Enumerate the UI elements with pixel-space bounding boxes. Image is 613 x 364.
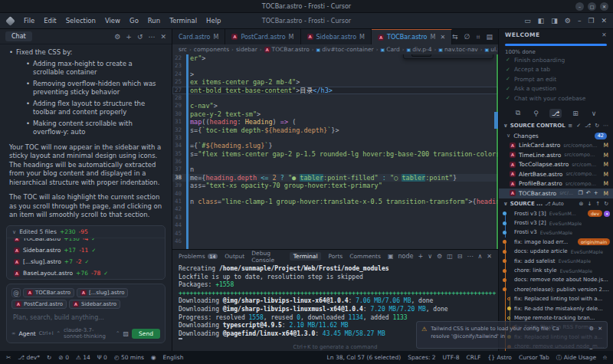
panel-tab-ports[interactable]: Ports <box>328 253 343 260</box>
commit-row[interactable]: chore(release): publish version 2.... <box>499 285 613 294</box>
code-line[interactable]: 28 <box>172 94 498 102</box>
push-icon[interactable]: ↑ <box>595 201 600 207</box>
ports-item[interactable]: Ψ0 <box>97 354 107 361</box>
view-mode-icon[interactable]: ≡ <box>568 123 572 129</box>
code-line[interactable]: 35s="flex items-center gap-2 p-1.5 round… <box>172 150 498 158</box>
code-line[interactable]: 31map((heading: Heading) => ( <box>172 118 498 126</box>
chat-history-icon[interactable]: ↺ <box>137 33 143 41</box>
breadcrumb-item[interactable]: src <box>179 46 187 53</box>
open-file-icon[interactable]: ❐ <box>578 190 582 196</box>
code-line[interactable]: 37n <box>172 166 498 173</box>
terminal-dropdown-icon[interactable]: ∨ <box>428 253 432 260</box>
toggle-primary-sidebar-icon[interactable]: ◧ <box>538 17 545 25</box>
welcome-checklist-item[interactable]: ✓Prompt an edit <box>499 74 613 84</box>
close-tab-icon[interactable]: ✕ <box>440 34 445 41</box>
code-line[interactable]: 46 <box>172 238 498 245</box>
edited-file-row[interactable]: A[...slug].astro+7-2✓ <box>7 256 165 267</box>
chat-input-box[interactable]: @ATOCBar.astroA[...slug].astroAPostCard.… <box>6 284 166 343</box>
menu-terminal[interactable]: Terminal <box>165 15 202 27</box>
eye-icon[interactable]: ◉ <box>151 354 156 361</box>
find-input[interactable] <box>411 54 431 57</box>
breadcrumb-item[interactable]: ATOCBar.astro <box>264 46 310 53</box>
code-line[interactable]: 30pace-y-2 text-sm"> <box>172 110 498 118</box>
minimize-button[interactable]: – <box>578 17 582 25</box>
editor-tab-postcard-astro[interactable]: APostCard.astroM <box>225 29 300 44</box>
scm-more-icon[interactable]: ⋯ <box>603 123 608 129</box>
code-line[interactable]: 36 <box>172 158 498 166</box>
sync-icon[interactable]: ↻ <box>47 354 51 361</box>
terminal-settings-icon[interactable]: ⚙ <box>437 253 442 260</box>
menu-go[interactable]: Go <box>125 15 143 27</box>
refresh-icon[interactable]: ↻ <box>595 123 599 129</box>
keybindings-icon[interactable]: ⌗ <box>477 33 480 41</box>
code-line[interactable]: 45 <box>172 230 498 238</box>
scm-file-row[interactable]: ATimeLine.astrosrc/componen...M <box>499 150 613 160</box>
eye-off-icon[interactable]: ∅ <box>464 33 470 41</box>
editor-tab-sidebar-astro[interactable]: ASidebar.astroM <box>301 29 372 44</box>
close-button[interactable]: ✕ <box>601 17 607 25</box>
code-line[interactable]: 40 <box>172 190 498 198</box>
git-branch-item[interactable]: ⎇dev* <box>18 354 40 361</box>
remote-indicator-icon[interactable]: ✂ <box>6 354 11 361</box>
terminal-more-icon[interactable]: ⋯ <box>467 253 473 260</box>
breadcrumb[interactable]: src›components›sidebar›ATOCBar.astro›▣di… <box>172 44 498 54</box>
toast-close-icon[interactable]: ✕ <box>598 326 602 332</box>
commit-row[interactable]: Frosti v3 [3]EveSunM...dev✦ <box>499 209 613 218</box>
breadcrumb-item[interactable]: sidebar <box>236 46 257 53</box>
toggle-secondary-sidebar-icon[interactable]: ◨ <box>551 17 558 25</box>
source-control-icon[interactable]: ⎇ <box>549 109 562 118</box>
cursor-tab-item[interactable]: Cursor Tab <box>519 354 549 361</box>
editor-tab-card-astro[interactable]: Card.astroM <box>172 29 225 44</box>
code-line[interactable]: 25ex items-center gap-2 mb-4"> <box>172 78 498 86</box>
chevron-down-icon[interactable]: ∨ <box>589 109 599 118</box>
commit-row[interactable]: fix: Replaced linting tool with a... <box>499 294 613 303</box>
graph-refresh-icon[interactable]: ↻ <box>604 201 608 207</box>
image-icon[interactable]: ▨ <box>123 330 129 337</box>
toast-settings-icon[interactable]: ⚙ <box>589 326 594 332</box>
close-panel-icon[interactable]: ✕ <box>487 253 492 260</box>
scm-file-row[interactable]: AProfileBar.astrosrc/compone...M <box>499 179 613 189</box>
welcome-checklist-item[interactable]: ✓Chat with your codebase <box>499 93 613 103</box>
code-line[interactable]: 29c-nav"> <box>172 102 498 110</box>
code-line[interactable]: 34={`#${heading.slug}`} <box>172 142 498 149</box>
discard-changes-icon[interactable]: ↶ <box>586 190 591 196</box>
new-chat-icon[interactable]: + <box>126 33 132 41</box>
code-line[interactable]: 42 <box>172 205 498 213</box>
encoding-item[interactable]: UTF-8 <box>443 354 460 361</box>
language-item[interactable]: English <box>162 354 183 361</box>
panel-tab-output[interactable]: Output <box>225 253 244 260</box>
chevron-down-icon[interactable]: ∨ <box>12 229 16 235</box>
pull-icon[interactable]: ↓ <box>587 201 592 207</box>
model-caret-icon[interactable]: ⌃ <box>116 330 120 336</box>
find-widget[interactable]: › Aaab.* No results ↑↓≡✕ <box>403 54 493 59</box>
chat-close-icon[interactable]: ✕ <box>160 33 166 41</box>
panel-tab-terminal[interactable]: Terminal <box>290 252 322 261</box>
scm-file-row[interactable]: ALinkCard.astrosrc/componen...M <box>499 141 613 151</box>
eol-item[interactable]: CRLF <box>466 354 480 361</box>
shell-icon[interactable]: ▣ <box>388 253 394 260</box>
source-control-header[interactable]: ∨ SOURCE CONTROL ≡✓⎇↻⋯ <box>499 120 613 131</box>
source-control-graph-header[interactable]: ∨ SOURCE ... ⎇Auto ⊛↓↑↻ <box>499 198 613 209</box>
warnings-item[interactable]: ⚠14 <box>76 354 90 361</box>
editor-tab-tocbar-astro[interactable]: ATOCBar.astroM✕ <box>372 29 452 44</box>
chat-input-placeholder[interactable]: Plan, search, build anything... <box>13 314 159 321</box>
notification-toast[interactable]: ⚠ Tailwind CSS is unable to load your co… <box>416 321 608 349</box>
open-changes-icon[interactable]: ⇆ <box>452 33 458 41</box>
code-line[interactable]: 27ont-bold text-base-content">目录</h3> <box>172 87 498 94</box>
panel-tab-debug-console[interactable]: Debug Console <box>251 250 282 264</box>
model-selector[interactable]: claude-3.7-sonnet-thinking <box>64 327 113 339</box>
chat-more-icon[interactable]: ⋯ <box>148 33 155 41</box>
close-button[interactable]: ✕ <box>600 2 608 11</box>
cursor-position-item[interactable]: Ln 38, Col 57 (6 selected) <box>327 354 402 361</box>
breadcrumb-item[interactable]: ▣nav.toc-nav <box>438 46 477 53</box>
menu-edit[interactable]: Edit <box>39 15 61 27</box>
tab-chat[interactable]: Chat <box>5 31 32 41</box>
notifications-bell-icon[interactable]: ⍾ <box>603 354 607 362</box>
restore-button[interactable]: ❐ <box>588 17 594 25</box>
maximize-panel-icon[interactable]: ∧ <box>477 253 482 260</box>
commit-row[interactable]: fix: add safelistEveSunMaple <box>499 256 613 265</box>
menu-view[interactable]: View <box>100 15 125 27</box>
breadcrumb-item[interactable]: ▣Card <box>381 46 400 53</box>
breadcrumb-item[interactable]: ▣div.p-4 <box>407 46 432 53</box>
menu-run[interactable]: Run <box>143 15 165 27</box>
